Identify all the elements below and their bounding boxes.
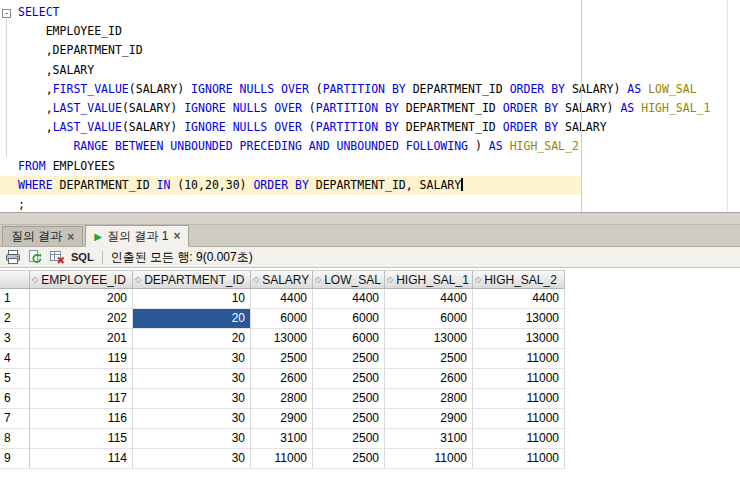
- column-header-employee_id[interactable]: ◇EMPLOYEE_ID: [30, 270, 133, 289]
- row-number[interactable]: 3: [0, 329, 30, 349]
- row-number[interactable]: 4: [0, 349, 30, 369]
- code-token: (SALARY): [122, 101, 184, 115]
- grid-cell[interactable]: 3100: [251, 429, 313, 449]
- column-header-rownum[interactable]: [0, 270, 30, 289]
- grid-cell[interactable]: 6000: [385, 309, 473, 329]
- row-number[interactable]: 9: [0, 449, 30, 469]
- grid-cell[interactable]: 11000: [251, 449, 313, 469]
- sql-editor[interactable]: - SELECT EMPLOYEE_ID ,DEPARTMENT_ID ,SAL…: [0, 0, 740, 212]
- grid-cell[interactable]: 13000: [473, 309, 565, 329]
- sql-button[interactable]: SQL: [71, 251, 94, 263]
- row-number[interactable]: 8: [0, 429, 30, 449]
- code-line[interactable]: ,FIRST_VALUE(SALARY) IGNORE NULLS OVER (…: [0, 80, 740, 99]
- grid-cell[interactable]: 202: [30, 309, 133, 329]
- code-token: DEPARTMENT_ID: [399, 120, 503, 134]
- grid-cell[interactable]: 30: [133, 349, 251, 369]
- grid-cell[interactable]: 2600: [251, 369, 313, 389]
- code-line[interactable]: ,DEPARTMENT_ID: [0, 41, 740, 60]
- grid-cell[interactable]: 117: [30, 389, 133, 409]
- cancel-fetch-icon[interactable]: [49, 249, 65, 265]
- printer-icon[interactable]: [5, 249, 21, 265]
- code-line[interactable]: EMPLOYEE_ID: [0, 22, 740, 41]
- grid-cell[interactable]: 2500: [313, 449, 385, 469]
- code-area[interactable]: SELECT EMPLOYEE_ID ,DEPARTMENT_ID ,SALAR…: [0, 3, 740, 214]
- grid-cell[interactable]: 2600: [385, 369, 473, 389]
- grid-cell[interactable]: 20: [133, 329, 251, 349]
- column-header-low_sal[interactable]: ◇LOW_SAL: [313, 270, 385, 289]
- grid-cell[interactable]: 200: [30, 289, 133, 309]
- code-token: [18, 139, 73, 153]
- grid-cell[interactable]: 11000: [473, 409, 565, 429]
- code-token: ORDER BY: [503, 101, 558, 115]
- code-token: LOW_SAL: [648, 82, 696, 96]
- grid-cell[interactable]: 11000: [473, 389, 565, 409]
- grid-cell[interactable]: 30: [133, 429, 251, 449]
- grid-cell[interactable]: 13000: [385, 329, 473, 349]
- column-header-salary[interactable]: ◇SALARY: [251, 270, 313, 289]
- grid-cell[interactable]: 2800: [385, 389, 473, 409]
- grid-cell[interactable]: 2500: [313, 429, 385, 449]
- editor-scrollbar-track[interactable]: [727, 0, 728, 212]
- row-number[interactable]: 6: [0, 389, 30, 409]
- column-header-high_sal_2[interactable]: ◇HIGH_SAL_2: [473, 270, 565, 289]
- grid-cell[interactable]: 13000: [251, 329, 313, 349]
- grid-cell[interactable]: 11000: [473, 369, 565, 389]
- grid-cell[interactable]: 6000: [251, 309, 313, 329]
- grid-cell[interactable]: 118: [30, 369, 133, 389]
- code-token: HIGH_SAL_1: [641, 101, 710, 115]
- pane-splitter[interactable]: [0, 212, 740, 225]
- grid-cell[interactable]: 30: [133, 449, 251, 469]
- grid-cell[interactable]: 10: [133, 289, 251, 309]
- grid-cell[interactable]: 2500: [313, 369, 385, 389]
- grid-cell[interactable]: 20: [133, 309, 251, 329]
- code-line[interactable]: WHERE DEPARTMENT_ID IN (10,20,30) ORDER …: [0, 176, 581, 195]
- code-token: ORDER BY: [253, 178, 308, 192]
- grid-cell[interactable]: 2500: [313, 409, 385, 429]
- grid-cell[interactable]: 2900: [251, 409, 313, 429]
- code-token: HIGH_SAL_2: [510, 139, 579, 153]
- code-line[interactable]: SELECT: [0, 3, 740, 22]
- grid-cell[interactable]: 119: [30, 349, 133, 369]
- row-number[interactable]: 1: [0, 289, 30, 309]
- grid-cell[interactable]: 6000: [313, 329, 385, 349]
- grid-cell[interactable]: 11000: [473, 429, 565, 449]
- grid-cell[interactable]: 30: [133, 409, 251, 429]
- refresh-fetch-icon[interactable]: [27, 249, 43, 265]
- row-number[interactable]: 2: [0, 309, 30, 329]
- grid-cell[interactable]: 4400: [251, 289, 313, 309]
- grid-cell[interactable]: 116: [30, 409, 133, 429]
- grid-cell[interactable]: 4400: [385, 289, 473, 309]
- grid-cell[interactable]: 13000: [473, 329, 565, 349]
- grid-cell[interactable]: 30: [133, 389, 251, 409]
- row-number[interactable]: 5: [0, 369, 30, 389]
- code-line[interactable]: ,SALARY: [0, 61, 740, 80]
- code-line[interactable]: FROM EMPLOYEES: [0, 157, 740, 176]
- code-line[interactable]: ,LAST_VALUE(SALARY) IGNORE NULLS OVER (P…: [0, 99, 740, 118]
- code-line[interactable]: RANGE BETWEEN UNBOUNDED PRECEDING AND UN…: [0, 137, 740, 156]
- close-icon[interactable]: ×: [173, 231, 180, 241]
- grid-cell[interactable]: 11000: [473, 449, 565, 469]
- column-header-department_id[interactable]: ◇DEPARTMENT_ID: [133, 270, 251, 289]
- tab-query-result[interactable]: 질의 결과 ×: [2, 226, 83, 246]
- column-header-high_sal_1[interactable]: ◇HIGH_SAL_1: [385, 270, 473, 289]
- row-number[interactable]: 7: [0, 409, 30, 429]
- grid-cell[interactable]: 115: [30, 429, 133, 449]
- grid-cell[interactable]: 2500: [313, 349, 385, 369]
- grid-cell[interactable]: 2900: [385, 409, 473, 429]
- close-icon[interactable]: ×: [67, 232, 74, 242]
- tab-query-result-1[interactable]: ▶ 질의 결과 1 ×: [85, 225, 189, 247]
- grid-cell[interactable]: 11000: [385, 449, 473, 469]
- grid-cell[interactable]: 4400: [473, 289, 565, 309]
- grid-cell[interactable]: 2500: [313, 389, 385, 409]
- grid-cell[interactable]: 2800: [251, 389, 313, 409]
- grid-cell[interactable]: 11000: [473, 349, 565, 369]
- grid-cell[interactable]: 201: [30, 329, 133, 349]
- grid-cell[interactable]: 2500: [251, 349, 313, 369]
- grid-cell[interactable]: 6000: [313, 309, 385, 329]
- grid-cell[interactable]: 4400: [313, 289, 385, 309]
- grid-cell[interactable]: 30: [133, 369, 251, 389]
- grid-cell[interactable]: 114: [30, 449, 133, 469]
- code-line[interactable]: ,LAST_VALUE(SALARY) IGNORE NULLS OVER (P…: [0, 118, 740, 137]
- grid-cell[interactable]: 2500: [385, 349, 473, 369]
- grid-cell[interactable]: 3100: [385, 429, 473, 449]
